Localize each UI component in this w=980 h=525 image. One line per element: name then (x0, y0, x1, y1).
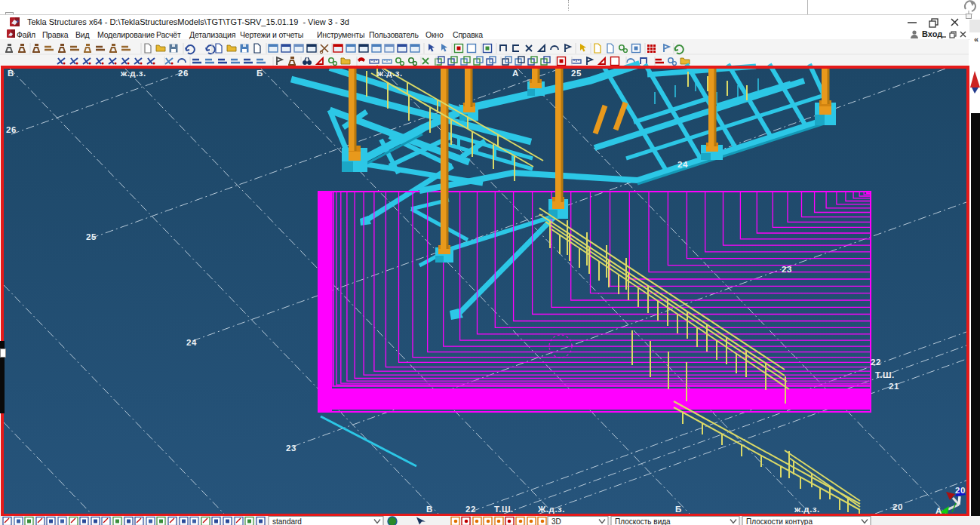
svg-text:standard: standard (272, 517, 302, 525)
svg-text:Плоскость вида: Плоскость вида (615, 517, 671, 525)
svg-text:3D: 3D (551, 517, 561, 525)
svg-text:Плоскости контура: Плоскости контура (746, 517, 813, 525)
